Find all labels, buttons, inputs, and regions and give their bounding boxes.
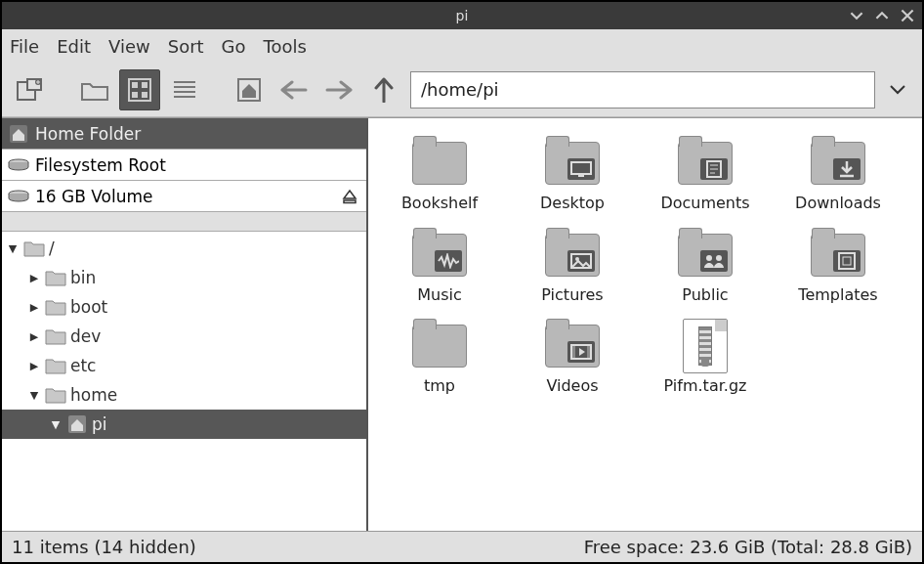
file-item-label: Videos (546, 377, 598, 395)
svg-rect-5 (142, 82, 147, 88)
tree-node-label: bin (70, 268, 96, 287)
main: Home Folder Filesystem Root 16 GB Volume… (2, 117, 922, 531)
window-controls (850, 9, 914, 22)
path-history-button[interactable] (881, 71, 914, 108)
svg-rect-32 (571, 345, 575, 359)
sidebar-separator (2, 212, 366, 232)
view-mode-group (74, 69, 205, 110)
folder-icon (803, 228, 873, 282)
place-home[interactable]: Home Folder (2, 118, 366, 150)
menu-view[interactable]: View (108, 36, 150, 57)
menu-file[interactable]: File (10, 36, 39, 57)
up-button[interactable] (363, 69, 404, 110)
place-filesystem-root[interactable]: Filesystem Root (2, 150, 366, 181)
tree-node-label: etc (70, 356, 96, 375)
tree-node-boot[interactable]: ▶ boot (2, 292, 366, 322)
toolbar (2, 63, 922, 117)
folder-icon (404, 136, 475, 191)
file-item-folder[interactable]: Pictures (515, 224, 630, 312)
tree-node-label: home (70, 385, 117, 405)
file-item-label: Documents (660, 195, 749, 212)
forward-button[interactable] (318, 69, 359, 110)
file-item-folder[interactable]: Videos (515, 315, 630, 403)
svg-rect-29 (839, 253, 855, 269)
folder-icon (45, 267, 66, 288)
tree-node-home[interactable]: ▼ home (2, 380, 366, 410)
file-item-folder[interactable]: Music (382, 224, 497, 312)
new-tab-button[interactable] (10, 69, 51, 110)
place-label: 16 GB Volume (35, 187, 153, 206)
svg-rect-19 (578, 174, 584, 177)
file-item-folder[interactable]: Downloads (780, 132, 896, 220)
folder-icon (537, 136, 608, 191)
svg-rect-6 (132, 92, 138, 98)
archive-icon (670, 319, 740, 373)
eject-button[interactable] (339, 186, 360, 207)
svg-rect-30 (843, 257, 851, 265)
titlebar: pi (2, 2, 922, 29)
menu-sort[interactable]: Sort (168, 36, 204, 57)
maximize-button[interactable] (875, 9, 889, 22)
drive-icon (8, 154, 29, 176)
folder-icon (45, 325, 66, 347)
folder-icon (45, 296, 66, 318)
file-item-folder[interactable]: Desktop (515, 132, 630, 220)
svg-point-28 (716, 255, 722, 261)
place-label: Home Folder (35, 124, 141, 144)
place-volume-16gb[interactable]: 16 GB Volume (2, 181, 366, 212)
chevron-down-icon[interactable]: ▼ (6, 242, 20, 255)
svg-rect-7 (142, 92, 147, 98)
chevron-right-icon[interactable]: ▶ (27, 301, 41, 314)
tree-node-label: pi (92, 414, 107, 434)
menu-go[interactable]: Go (222, 36, 246, 57)
tree-node-label: dev (70, 326, 101, 346)
tree-node-pi[interactable]: ▼ pi (2, 410, 366, 439)
chevron-down-icon[interactable]: ▼ (27, 389, 41, 402)
home-button[interactable] (229, 69, 270, 110)
file-item-label: tmp (424, 377, 455, 395)
folder-icon (404, 228, 475, 282)
folder-icon (45, 355, 66, 376)
view-folder-button[interactable] (74, 69, 115, 110)
content-pane[interactable]: BookshelfDesktopDocumentsDownloadsMusicP… (368, 118, 922, 531)
close-button[interactable] (901, 9, 914, 22)
folder-icon (537, 319, 608, 373)
folder-icon (23, 238, 45, 259)
file-item-label: Pifm.tar.gz (664, 377, 747, 395)
home-icon (8, 123, 29, 145)
file-item-folder[interactable]: Bookshelf (382, 132, 497, 220)
back-button[interactable] (273, 69, 315, 110)
folder-icon (537, 228, 608, 282)
minimize-button[interactable] (850, 9, 863, 22)
menu-tools[interactable]: Tools (264, 36, 307, 57)
file-item-folder[interactable]: Documents (648, 132, 763, 220)
svg-rect-33 (587, 345, 591, 359)
folder-icon (404, 319, 475, 373)
tree-node-etc[interactable]: ▶ etc (2, 351, 366, 380)
file-item-folder[interactable]: Public (648, 224, 763, 312)
tree-node-dev[interactable]: ▶ dev (2, 322, 366, 351)
path-input[interactable] (410, 71, 875, 108)
file-item-archive[interactable]: Pifm.tar.gz (648, 315, 763, 403)
menu-edit[interactable]: Edit (57, 36, 91, 57)
file-item-folder[interactable]: tmp (382, 315, 497, 403)
svg-rect-4 (132, 82, 138, 88)
home-icon (66, 413, 88, 435)
tree-node-bin[interactable]: ▶ bin (2, 263, 366, 292)
view-icon-button[interactable] (119, 69, 160, 110)
status-free-space: Free space: 23.6 GiB (Total: 28.8 GiB) (584, 537, 912, 557)
svg-point-27 (706, 255, 712, 261)
status-item-count: 11 items (14 hidden) (12, 537, 196, 557)
chevron-right-icon[interactable]: ▶ (27, 360, 41, 372)
view-list-button[interactable] (164, 69, 205, 110)
chevron-right-icon[interactable]: ▶ (27, 272, 41, 284)
file-item-folder[interactable]: Templates (780, 224, 896, 312)
folder-icon (803, 136, 873, 191)
chevron-right-icon[interactable]: ▶ (27, 330, 41, 343)
file-item-label: Music (417, 286, 462, 304)
file-item-label: Desktop (540, 195, 605, 212)
chevron-down-icon[interactable]: ▼ (49, 418, 63, 431)
window-title: pi (456, 8, 469, 23)
statusbar: 11 items (14 hidden) Free space: 23.6 Gi… (2, 531, 922, 562)
tree-node-root[interactable]: ▼ / (2, 234, 366, 263)
